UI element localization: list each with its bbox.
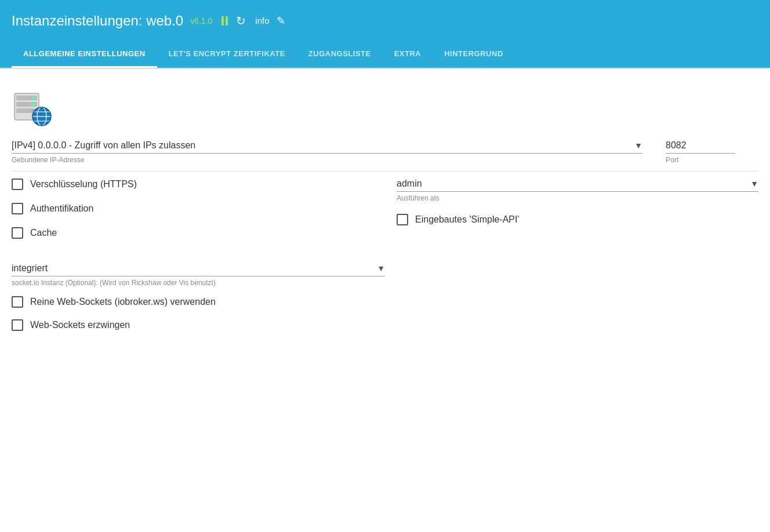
tab-hintergrund[interactable]: HINTERGRUND [433,41,515,68]
tab-bar: ALLGEMEINE EINSTELLUNGEN LET'S ENCRYPT Z… [0,41,770,69]
simple-api-checkbox[interactable] [397,214,408,225]
authentifikation-row: Authentifikation [12,203,373,214]
force-websockets-checkbox[interactable] [12,319,23,331]
info-label[interactable]: info [255,16,269,25]
ip-port-row: [IPv4] 0.0.0.0 - Zugriff von allen IPs z… [12,140,758,164]
ip-dropdown-arrow: ▼ [634,141,642,150]
socket-wrap: integriert ▼ socket.io Instanz (Optional… [12,263,758,287]
socket-label: socket.io Instanz (Optional): (Wird von … [12,279,385,287]
pure-websockets-checkbox[interactable] [12,296,23,308]
pause-icon[interactable] [221,16,228,25]
two-col-section: Verschlüsselung (HTTPS) Authentifikation… [12,178,758,252]
tab-letsencrypt[interactable]: LET'S ENCRYPT ZERTIFIKATE [157,41,297,68]
divider-1 [12,171,758,172]
verschluesselung-checkbox[interactable] [12,178,23,190]
pure-websockets-label: Reine Web-Sockets (iobroker.ws) verwende… [30,297,216,307]
server-icon-area [12,86,758,129]
tab-allgemeine[interactable]: ALLGEMEINE EINSTELLUNGEN [12,41,157,68]
main-content: [IPv4] 0.0.0.0 - Zugriff von allen IPs z… [0,69,770,354]
run-as-dropdown-arrow: ▼ [750,179,758,188]
port-field[interactable]: 8082 [666,140,735,154]
cache-checkbox[interactable] [12,227,23,239]
tab-zugangsliste[interactable]: ZUGANGSLISTE [297,41,383,68]
run-as-value: admin [397,178,422,189]
bottom-checkboxes: Reine Web-Sockets (iobroker.ws) verwende… [12,296,758,331]
simple-api-label: Eingebautes 'Simple-API' [415,214,520,225]
header: Instanzeinstellungen: web.0 v6.1.0 ↻ inf… [0,0,770,41]
svg-point-4 [32,97,35,100]
server-globe-icon [12,86,52,127]
run-as-label: Ausführen als [397,194,758,202]
edit-icon[interactable]: ✎ [277,14,285,27]
socket-select[interactable]: integriert ▼ [12,263,385,276]
authentifikation-checkbox[interactable] [12,203,23,214]
run-as-wrap: admin ▼ Ausführen als [397,178,758,202]
tab-extra[interactable]: EXTRA [383,41,433,68]
authentifikation-label: Authentifikation [30,203,93,214]
simple-api-row: Eingebautes 'Simple-API' [397,214,758,225]
col-left: Verschlüsselung (HTTPS) Authentifikation… [12,178,373,252]
force-websockets-row: Web-Sockets erzwingen [12,319,758,331]
port-label: Port [666,156,758,164]
ip-select-value: [IPv4] 0.0.0.0 - Zugriff von allen IPs z… [12,140,195,151]
socket-value: integriert [12,263,48,274]
ip-select[interactable]: [IPv4] 0.0.0.0 - Zugriff von allen IPs z… [12,140,642,154]
cache-row: Cache [12,227,373,239]
cache-label: Cache [30,228,57,238]
port-value: 8082 [666,140,687,150]
version-badge: v6.1.0 [190,16,212,25]
verschluesselung-label: Verschlüsselung (HTTPS) [30,179,137,190]
svg-point-5 [32,103,35,106]
pure-websockets-row: Reine Web-Sockets (iobroker.ws) verwende… [12,296,758,308]
force-websockets-label: Web-Sockets erzwingen [30,320,130,330]
col-right: admin ▼ Ausführen als Eingebautes 'Simpl… [397,178,758,252]
run-as-select[interactable]: admin ▼ [397,178,758,192]
verschluesselung-row: Verschlüsselung (HTTPS) [12,178,373,190]
socket-dropdown-arrow: ▼ [377,264,385,273]
page-title: Instanzeinstellungen: web.0 [12,13,183,29]
ip-label: Gebundene IP-Adresse [12,156,642,164]
refresh-icon[interactable]: ↻ [236,14,246,28]
